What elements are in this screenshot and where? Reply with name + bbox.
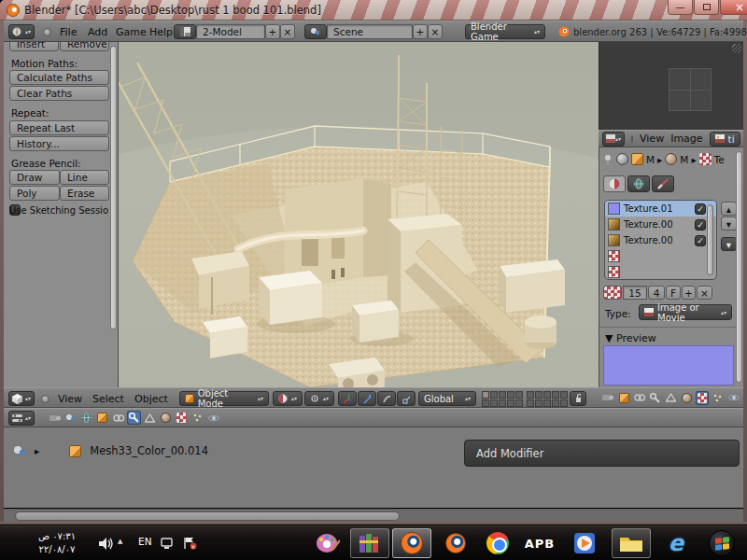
minimize-button[interactable]: — — [668, 0, 693, 15]
constraints-context-icon[interactable] — [633, 391, 647, 405]
slot-specials-menu-button[interactable]: ▾ — [721, 237, 737, 251]
object-data-icon[interactable] — [631, 153, 643, 165]
slot-move-down-button[interactable]: ▾ — [721, 217, 737, 231]
modifiers-context-icon[interactable] — [648, 391, 662, 405]
menu-help[interactable]: Help — [149, 26, 173, 38]
menu-game[interactable]: Game — [116, 26, 147, 38]
uv-image-editor[interactable] — [599, 42, 743, 130]
texture-slot-row[interactable]: Texture.00 ✓ — [605, 232, 716, 248]
slot-move-up-button[interactable]: ▴ — [721, 202, 737, 216]
render-context-icon[interactable] — [48, 411, 62, 425]
editor-type-selector[interactable]: ▴▾ — [8, 391, 35, 406]
delete-layout-button[interactable]: × — [280, 24, 295, 39]
remove-keyframe-button[interactable]: Remove — [60, 42, 109, 51]
scene-data-icon[interactable] — [13, 445, 26, 456]
rotate-manipulator-button[interactable] — [377, 391, 396, 406]
texture-context-icon[interactable] — [175, 411, 189, 425]
fake-user-button[interactable]: F — [666, 286, 681, 300]
language-indicator[interactable]: EN — [138, 536, 152, 547]
gp-erase-button[interactable]: Erase — [60, 186, 109, 201]
menu-select[interactable]: Select — [92, 393, 124, 405]
menu-object[interactable]: Object — [134, 393, 168, 405]
menu-image[interactable]: Image — [670, 133, 702, 145]
menu-view[interactable]: View — [640, 133, 664, 145]
object-data-context-icon[interactable] — [664, 391, 678, 405]
physics-context-icon[interactable] — [726, 391, 740, 405]
material-context-icon[interactable] — [159, 411, 173, 425]
gp-draw-button[interactable]: Draw — [9, 170, 60, 185]
scene-data-icon[interactable] — [616, 153, 628, 165]
editor-type-selector[interactable]: i ▴▾ — [8, 24, 35, 39]
world-context-icon[interactable] — [79, 411, 93, 425]
editor-type-selector[interactable]: ▴▾ — [8, 411, 35, 426]
texture-id-name[interactable]: 15 — [623, 286, 647, 300]
horizontal-scrollbar[interactable] — [4, 509, 743, 522]
texture-slot-row-empty[interactable] — [605, 248, 716, 264]
mode-select[interactable]: Object Mode ▴▾ — [179, 391, 269, 406]
show-hidden-icons-button[interactable]: ▲ — [118, 538, 122, 545]
object-data-context-icon[interactable] — [143, 411, 157, 425]
editor-type-selector[interactable]: ▴▾ — [602, 132, 625, 147]
texture-enable-checkbox[interactable]: ✓ — [695, 219, 706, 231]
browse-texture-button[interactable] — [603, 286, 622, 300]
calculate-paths-button[interactable]: Calculate Paths — [9, 70, 109, 85]
texture-enable-checkbox[interactable]: ✓ — [695, 203, 706, 215]
viewport-shading-select[interactable]: ▴▾ — [273, 391, 303, 406]
lock-to-scene-button[interactable] — [570, 391, 586, 406]
taskbar-app-apb[interactable]: APB — [520, 528, 559, 558]
add-scene-button[interactable]: + — [413, 24, 428, 39]
properties-scrollbar[interactable] — [736, 151, 742, 383]
clear-paths-button[interactable]: Clear Paths — [9, 86, 109, 101]
region-corner-handle[interactable] — [732, 44, 741, 53]
taskbar-clock[interactable]: ٠٧:٣١ ص ٢٢/٠٨/٠٧ — [21, 530, 93, 556]
texture-type-select[interactable]: Image or Movie ▴▾ — [639, 304, 732, 320]
texture-data-icon[interactable] — [699, 153, 712, 165]
taskbar-app-internet-explorer[interactable]: e — [656, 528, 696, 558]
layer-group-2[interactable] — [527, 391, 568, 407]
action-center-flag-icon[interactable]: x — [181, 535, 198, 552]
repeat-last-button[interactable]: Repeat Last — [9, 120, 109, 135]
taskbar-app-winrar[interactable] — [350, 528, 389, 558]
render-engine-select[interactable]: Blender Game ▴▾ — [465, 24, 545, 39]
screen-layout-icon-button[interactable] — [174, 24, 196, 39]
physics-context-icon[interactable] — [206, 411, 220, 425]
menu-view[interactable]: View — [58, 393, 82, 405]
particles-context-icon[interactable] — [190, 411, 204, 425]
taskbar-app-explorer[interactable] — [612, 528, 651, 558]
material-context-icon[interactable] — [680, 391, 694, 405]
preview-panel-header[interactable]: ▼ Preview — [605, 332, 656, 344]
restore-button[interactable] — [694, 0, 719, 15]
window-titlebar[interactable]: Blender* [C:\Users\abc\Desktop\rust 1 bo… — [0, 0, 747, 21]
pivot-center-select[interactable]: ▴▾ — [304, 391, 334, 406]
screen-layout-name[interactable]: 2-Model — [196, 24, 265, 39]
collapse-menus-toggle[interactable] — [631, 135, 633, 143]
gp-line-button[interactable]: Line — [60, 170, 109, 185]
taskbar-app-media-player[interactable] — [565, 528, 604, 558]
new-texture-button[interactable]: + — [682, 286, 696, 300]
tab-brush-texture[interactable] — [652, 175, 674, 192]
texture-context-icon[interactable] — [696, 391, 710, 405]
particles-context-icon[interactable] — [711, 391, 725, 405]
texture-enable-checkbox[interactable]: ✓ — [695, 235, 706, 246]
scale-manipulator-button[interactable] — [397, 391, 416, 406]
start-button[interactable] — [702, 528, 741, 558]
scene-icon-button[interactable] — [304, 24, 327, 39]
render-context-icon[interactable] — [601, 391, 615, 405]
transform-orientation-select[interactable]: Global ▴▾ — [418, 391, 476, 406]
texture-slot-row-empty[interactable] — [605, 264, 716, 280]
scrollbar-thumb[interactable] — [15, 511, 400, 521]
insert-keyframe-button[interactable]: Insert — [9, 42, 59, 51]
manipulator-axes-button[interactable] — [338, 391, 357, 406]
pin-icon[interactable] — [603, 154, 613, 165]
constraints-context-icon[interactable] — [111, 411, 125, 425]
texture-slot-row[interactable]: Texture.01 ✓ — [605, 201, 716, 217]
scene-name[interactable]: Scene — [327, 24, 413, 39]
add-layout-button[interactable]: + — [265, 24, 280, 39]
menu-file[interactable]: File — [60, 26, 77, 38]
material-data-icon[interactable] — [665, 153, 677, 165]
object-data-icon[interactable] — [69, 445, 81, 457]
translate-manipulator-button[interactable] — [358, 391, 376, 406]
taskbar-app-chrome[interactable] — [478, 528, 517, 558]
history-button[interactable]: History... — [9, 136, 109, 151]
collapse-menus-toggle[interactable] — [43, 28, 51, 36]
